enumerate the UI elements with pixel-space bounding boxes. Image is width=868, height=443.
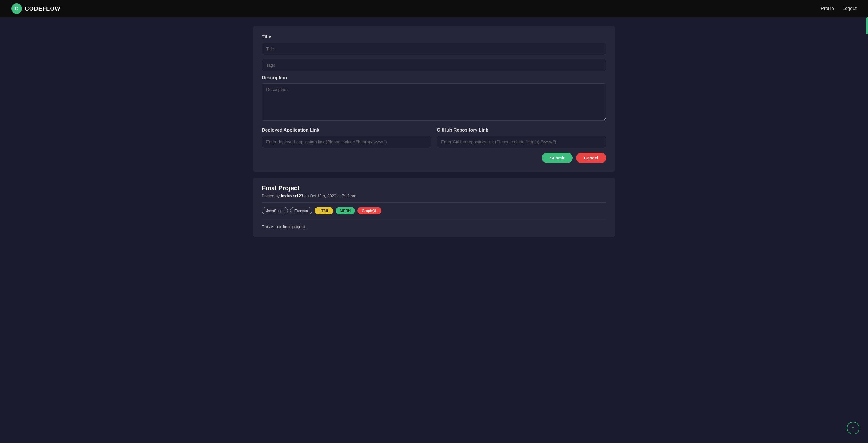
project-description: This is our final project. xyxy=(262,223,606,230)
logout-link[interactable]: Logout xyxy=(842,6,857,11)
project-description-divider xyxy=(262,219,606,219)
scroll-top-icon: ↑ xyxy=(851,425,855,432)
side-accent xyxy=(866,17,868,34)
scroll-to-top-button[interactable]: ↑ xyxy=(847,422,859,434)
github-link-group: GitHub Repository Link xyxy=(437,127,606,148)
project-username: testuser123 xyxy=(281,194,303,198)
project-meta: Posted by testuser123 on Oct 13th, 2022 … xyxy=(262,194,606,198)
navbar-links: Profile Logout xyxy=(821,6,857,11)
tags-input[interactable] xyxy=(262,59,606,71)
profile-link[interactable]: Profile xyxy=(821,6,834,11)
description-label: Description xyxy=(262,75,606,81)
brand-name: CODEFLOW xyxy=(25,5,61,12)
form-actions: Submit Cancel xyxy=(262,152,606,163)
github-link-input[interactable] xyxy=(437,136,606,148)
link-row: Deployed Application Link GitHub Reposit… xyxy=(262,127,606,148)
tag-item: JavaScript xyxy=(262,207,288,214)
svg-text:C: C xyxy=(15,6,19,11)
tag-item: GraphQL xyxy=(358,207,381,214)
brand: C CODEFLOW xyxy=(11,3,61,14)
tag-item: HTML xyxy=(315,207,333,214)
tag-item: MERN xyxy=(336,207,355,214)
title-input[interactable] xyxy=(262,42,606,55)
brand-logo-icon: C xyxy=(11,3,22,14)
project-card: Final Project Posted by testuser123 on O… xyxy=(253,178,615,237)
title-label: Title xyxy=(262,34,606,40)
navbar: C CODEFLOW Profile Logout xyxy=(0,0,868,17)
project-title: Final Project xyxy=(262,184,606,192)
deployed-link-input[interactable] xyxy=(262,136,431,148)
tag-item: Express xyxy=(290,207,312,214)
deployed-link-label: Deployed Application Link xyxy=(262,127,431,133)
main-content: Title Description Deployed Application L… xyxy=(247,17,621,246)
deployed-link-group: Deployed Application Link xyxy=(262,127,431,148)
cancel-button[interactable]: Cancel xyxy=(576,152,606,163)
form-card: Title Description Deployed Application L… xyxy=(253,26,615,172)
project-posted-by-prefix: Posted by xyxy=(262,194,281,198)
submit-button[interactable]: Submit xyxy=(542,152,572,163)
description-textarea[interactable] xyxy=(262,83,606,121)
tags-row: JavaScriptExpressHTMLMERNGraphQL xyxy=(262,207,606,214)
project-divider xyxy=(262,202,606,203)
project-posted-on: on Oct 13th, 2022 at 7:12 pm xyxy=(304,194,356,198)
github-link-label: GitHub Repository Link xyxy=(437,127,606,133)
